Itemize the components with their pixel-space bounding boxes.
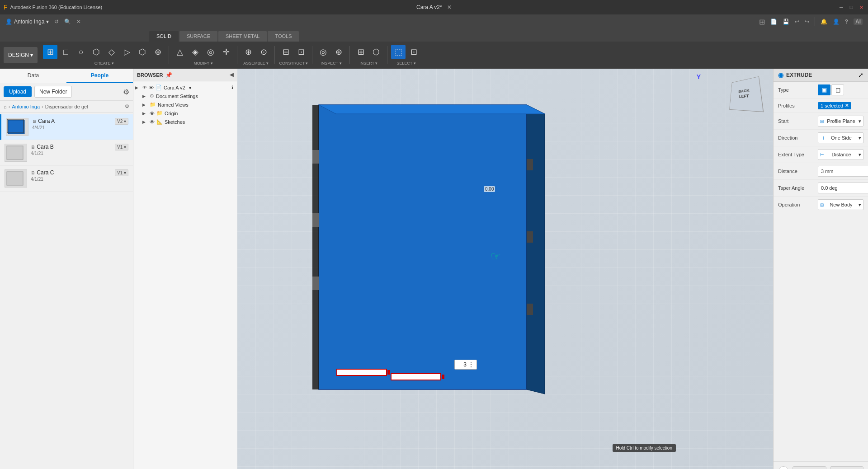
assemble-new-component-btn[interactable]: ⊕ [241, 45, 255, 59]
viewport-container[interactable]: BROWSER 📌 ◀ ▶ 👁 👁 📄 Cara A v2 ● ℹ ▶ [133, 69, 773, 469]
help-icon[interactable]: ? [845, 19, 848, 25]
grid-icon[interactable]: ⊞ [759, 18, 765, 26]
design-button[interactable]: DESIGN ▾ [4, 47, 38, 63]
select-btn[interactable]: ⬚ [391, 45, 406, 59]
close-icon-topbar[interactable]: ✕ [76, 19, 81, 25]
account-icon[interactable]: 👤 [833, 19, 840, 25]
create-cylinder-btn[interactable]: ○ [74, 45, 88, 59]
browser-item-root[interactable]: ▶ 👁 👁 📄 Cara A v2 ● ℹ [133, 83, 237, 92]
file-item-cara-a[interactable]: 🗎 Cara A 4/4/21 V2 ▾ [0, 114, 133, 140]
sync-icon[interactable]: ↺ [54, 19, 59, 25]
modify-label[interactable]: MODIFY ▾ [193, 61, 212, 66]
dim-value[interactable]: 3 [458, 361, 467, 368]
maximize-btn[interactable]: □ [848, 4, 854, 10]
new-doc-icon[interactable]: 📄 [770, 19, 777, 25]
create-sweep-btn[interactable]: ⬡ [135, 45, 150, 59]
undo-icon[interactable]: ↩ [795, 19, 799, 25]
create-revolve-btn[interactable]: ◇ [104, 45, 119, 59]
cancel-button[interactable]: Cancel [830, 466, 864, 469]
assemble-joint-btn[interactable]: ⊙ [256, 45, 271, 59]
create-label[interactable]: CREATE ▾ [94, 61, 114, 66]
operation-select[interactable]: ⊞ New Body ▾ [818, 199, 863, 210]
inspect-measure-btn[interactable]: ◎ [316, 45, 330, 59]
create-solid-btn[interactable]: □ [58, 45, 73, 59]
tab-solid[interactable]: SOLID [149, 31, 179, 42]
viewcube[interactable]: BACK LEFT [728, 78, 764, 114]
sketches-eye[interactable]: 👁 [150, 119, 155, 125]
home-icon[interactable]: ⌂ [4, 104, 7, 109]
select-more-btn[interactable]: ⊡ [406, 45, 421, 59]
insert-more-btn[interactable]: ⬡ [369, 45, 383, 59]
inspect-more-btn[interactable]: ⊕ [331, 45, 346, 59]
insert-svg-btn[interactable]: ⊞ [354, 45, 368, 59]
cara-c-version[interactable]: V1 ▾ [115, 169, 128, 176]
create-loft-btn[interactable]: ▷ [120, 45, 134, 59]
file-item-cara-b[interactable]: 🗎 Cara B 4/1/21 V1 ▾ [0, 140, 133, 166]
redo-icon[interactable]: ↪ [805, 19, 809, 25]
create-extrude-btn[interactable]: ⬡ [89, 45, 104, 59]
distance-input[interactable] [818, 166, 868, 177]
browser-pin-icon[interactable]: 📌 [165, 72, 172, 78]
sidebar-tab-people[interactable]: People [66, 69, 133, 83]
direction-select[interactable]: ⊣ One Side ▾ [818, 132, 863, 143]
modify-move-btn[interactable]: ✛ [219, 45, 233, 59]
type-btn-solid[interactable]: ▣ [818, 84, 830, 95]
root-eye[interactable]: 👁 [142, 85, 147, 90]
bc-settings-btn[interactable]: ⚙ [125, 103, 129, 109]
modify-fillet-btn[interactable]: ◈ [188, 45, 203, 59]
cara-b-version[interactable]: V1 ▾ [115, 144, 128, 150]
viewcube-left-label[interactable]: LEFT [739, 94, 749, 99]
save-icon[interactable]: 💾 [783, 19, 789, 25]
sidebar-settings-icon[interactable]: ⚙ [123, 88, 129, 96]
construct-more-btn[interactable]: ⊡ [294, 45, 308, 59]
tab-surface[interactable]: SURFACE [179, 31, 217, 42]
bc-user[interactable]: Antonio Inga [12, 104, 40, 109]
notification-icon[interactable]: 🔔 [821, 19, 827, 25]
viewcube-face[interactable]: BACK LEFT [729, 76, 764, 112]
tab-sheet-metal[interactable]: SHEET METAL [218, 31, 267, 42]
browser-item-origin[interactable]: ▶ 👁 📁 Origin [133, 109, 237, 117]
modify-press-pull-btn[interactable]: △ [173, 45, 187, 59]
inspect-label[interactable]: INSPECT ▾ [321, 61, 341, 66]
dimension-input-box[interactable]: 3 ⋮ [454, 360, 477, 370]
modify-chamfer-btn[interactable]: ◎ [203, 45, 218, 59]
profiles-chip-remove[interactable]: ✕ [845, 103, 849, 108]
info-button[interactable]: ℹ [778, 466, 789, 469]
viewcube-back-label[interactable]: BACK [738, 88, 749, 94]
construct-offset-plane-btn[interactable]: ⊟ [278, 45, 293, 59]
browser-collapse-btn[interactable]: ◀ [230, 72, 233, 78]
root-info-icon[interactable]: ℹ [231, 85, 233, 90]
close-document-btn[interactable]: ✕ [447, 4, 452, 10]
taper-angle-input[interactable] [818, 183, 868, 193]
construct-label[interactable]: CONSTRUCT ▾ [279, 61, 308, 66]
cara-a-version[interactable]: V2 ▾ [115, 118, 128, 125]
ok-button[interactable]: OK [793, 466, 826, 469]
profiles-chip[interactable]: 1 selected ✕ [818, 102, 851, 109]
user-menu[interactable]: 👤 Antonio Inga ▾ [5, 19, 49, 25]
minimize-btn[interactable]: ─ [838, 4, 844, 10]
dim-menu-icon[interactable]: ⋮ [468, 361, 474, 368]
assemble-label[interactable]: ASSEMBLE ▾ [243, 61, 269, 66]
type-btn-surface[interactable]: ◫ [831, 84, 844, 95]
browser-item-doc-settings[interactable]: ▶ ⚙ Document Settings [133, 92, 237, 100]
browser-item-sketches[interactable]: ▶ 👁 📐 Sketches [133, 117, 237, 126]
search-icon[interactable]: 🔍 [64, 19, 71, 25]
extrude-expand-icon[interactable]: ⤢ [858, 71, 863, 79]
ai-icon[interactable]: AI [854, 19, 863, 25]
browser-item-named-views[interactable]: ▶ 📁 Named Views [133, 100, 237, 109]
create-more-btn[interactable]: ⊕ [151, 45, 165, 59]
start-select[interactable]: ⊟ Profile Plane ▾ [818, 116, 863, 127]
new-folder-button[interactable]: New Folder [34, 86, 72, 98]
tab-tools[interactable]: TOOLS [268, 31, 299, 42]
create-sketch-btn[interactable]: ⊞ [43, 45, 57, 59]
close-btn[interactable]: ✕ [858, 4, 864, 10]
file-item-cara-c[interactable]: 🗎 Cara C 4/1/21 V1 ▾ [0, 166, 133, 192]
extent-type-select[interactable]: ⊢ Distance ▾ [818, 149, 863, 160]
origin-eye[interactable]: 👁 [150, 111, 155, 116]
start-chevron: ▾ [859, 118, 861, 124]
upload-button[interactable]: Upload [4, 86, 32, 97]
sidebar-tab-data[interactable]: Data [0, 69, 66, 83]
viewport-canvas[interactable]: Y [237, 69, 773, 469]
select-label[interactable]: SELECT ▾ [396, 61, 415, 66]
insert-label[interactable]: INSERT ▾ [359, 61, 377, 66]
